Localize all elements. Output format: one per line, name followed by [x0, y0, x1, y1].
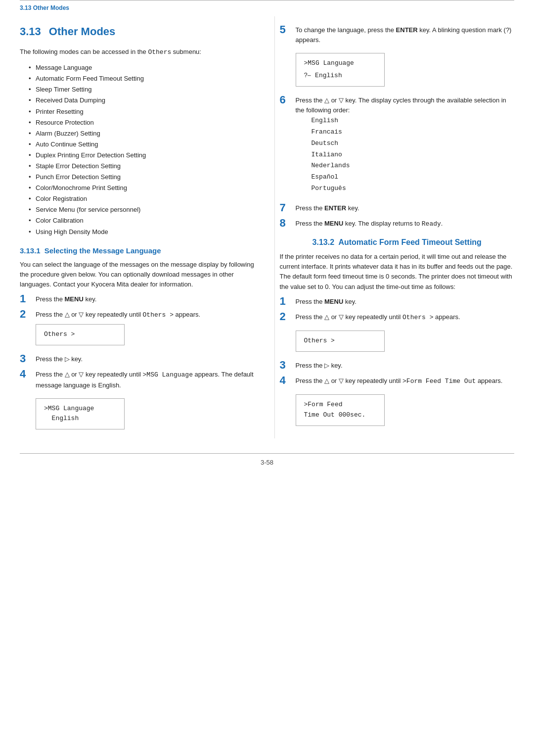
step-2: 2 Press the △ or ▽ key repeatedly until … — [20, 310, 255, 349]
lcd-display-2-2: Others > — [296, 331, 385, 352]
enter-bold-7: ENTER — [324, 204, 346, 212]
step-num-2-3: 3 — [280, 359, 296, 371]
subsection2-intro: If the printer receives no data for a ce… — [280, 252, 515, 292]
step-num-1: 1 — [20, 293, 36, 305]
step-content-7: Press the ENTER key. — [296, 203, 515, 213]
step-content-2-2: Press the △ or ▽ key repeatedly until Ot… — [296, 312, 515, 356]
step-2-2: 2 Press the △ or ▽ key repeatedly until … — [280, 312, 515, 356]
step-content-2: Press the △ or ▽ key repeatedly until Ot… — [36, 310, 255, 349]
list-item: Message Language — [29, 62, 255, 73]
list-item: Printer Resetting — [29, 106, 255, 117]
step-num-8: 8 — [280, 217, 296, 229]
step-6: 6 Press the △ or ▽ key. The display cycl… — [280, 95, 515, 198]
step-num-6: 6 — [280, 94, 296, 106]
subsection1-intro: You can select the language of the messa… — [20, 260, 255, 289]
step-8: 8 Press the MENU key. The display return… — [280, 219, 515, 229]
step-content-4: Press the △ or ▽ key repeatedly until >M… — [36, 370, 255, 433]
top-rule — [20, 0, 514, 4]
step-content-8: Press the MENU key. The display returns … — [296, 219, 515, 229]
page-wrapper: 3.13 Other Modes 3.13Other Modes The fol… — [0, 0, 534, 756]
step-num-2: 2 — [20, 308, 36, 320]
step-3: 3 Press the ▷ key. — [20, 354, 255, 365]
step-num-2-4: 4 — [280, 375, 296, 386]
ready-code: Ready — [422, 220, 441, 228]
step-1: 1 Press the MENU key. — [20, 294, 255, 305]
two-col-layout: 3.13Other Modes The following modes can … — [20, 16, 514, 438]
formfeed-code: >Form Feed Time Out — [402, 378, 476, 385]
col-left: 3.13Other Modes The following modes can … — [20, 16, 260, 438]
enter-bold-5: ENTER — [396, 26, 418, 34]
step-content-6: Press the △ or ▽ key. The display cycles… — [296, 95, 515, 198]
list-item: Using High Density Mode — [29, 227, 255, 237]
list-item: Alarm (Buzzer) Setting — [29, 128, 255, 139]
list-item: Color Registration — [29, 193, 255, 204]
step-content-2-3: Press the ▷ key. — [296, 361, 515, 371]
step-2-1: 1 Press the MENU key. — [280, 297, 515, 307]
section-title: 3.13Other Modes — [20, 25, 255, 38]
step-2-3: 3 Press the ▷ key. — [280, 361, 515, 371]
list-item: Color/Monochrome Print Setting — [29, 183, 255, 193]
list-item: Color Calibration — [29, 215, 255, 226]
steps-list-2: 1 Press the MENU key. 2 Press the △ or ▽… — [280, 297, 515, 430]
modes-list: Message Language Automatic Form Feed Tim… — [29, 62, 255, 237]
step-content-5: To change the language, press the ENTER … — [296, 25, 515, 91]
steps-list-right-top: 5 To change the language, press the ENTE… — [280, 25, 515, 229]
subsection1-title: 3.13.1Selecting the Message Language — [20, 246, 255, 255]
lcd-display-2: Others > — [36, 324, 125, 345]
step-num-4: 4 — [20, 368, 36, 380]
list-item: Auto Continue Setting — [29, 139, 255, 150]
list-item: Staple Error Detection Setting — [29, 161, 255, 172]
lcd-display-5: >MSG Language?⎯ English — [296, 53, 385, 87]
steps-list-1: 1 Press the MENU key. 2 Press the △ or ▽… — [20, 294, 255, 433]
step-num-5: 5 — [280, 24, 296, 36]
page-number: 3-58 — [261, 459, 273, 466]
menu-bold-1: MENU — [65, 295, 84, 303]
step-content-3: Press the ▷ key. — [36, 354, 255, 364]
step-5: 5 To change the language, press the ENTE… — [280, 25, 515, 91]
others-code-2-2: Others > — [402, 314, 433, 321]
intro-paragraph: The following modes can be accessed in t… — [20, 47, 255, 57]
menu-bold-8: MENU — [324, 220, 343, 227]
others-code: Others — [148, 48, 171, 56]
others-code-2: Others > — [143, 311, 174, 319]
list-item: Duplex Printing Error Detection Setting — [29, 150, 255, 161]
list-item: Resource Protection — [29, 117, 255, 128]
step-content-2-4: Press the △ or ▽ key repeatedly until >F… — [296, 376, 515, 430]
col-right: 5 To change the language, press the ENTE… — [274, 16, 515, 438]
step-4: 4 Press the △ or ▽ key repeatedly until … — [20, 370, 255, 433]
bottom-section: 3-58 — [20, 453, 514, 466]
section-number: 3.13 — [20, 25, 41, 38]
list-item: Punch Error Detection Setting — [29, 172, 255, 183]
step-num-7: 7 — [280, 202, 296, 214]
step-content-1: Press the MENU key. — [36, 294, 255, 304]
subsection2-number: 3.13.2 — [312, 238, 334, 246]
step-num-2-1: 1 — [280, 295, 296, 307]
list-item: Automatic Form Feed Timeout Setting — [29, 73, 255, 84]
msg-lang-code: >MSG Language — [143, 371, 193, 378]
lcd-display-2-4: >Form FeedTime Out 000sec. — [296, 394, 385, 426]
header-label: 3.13 Other Modes — [20, 4, 514, 16]
list-item: Received Data Dumping — [29, 95, 255, 106]
menu-bold-2-1: MENU — [324, 298, 343, 305]
list-item: Sleep Timer Setting — [29, 84, 255, 95]
step-2-4: 4 Press the △ or ▽ key repeatedly until … — [280, 376, 515, 430]
subsection1-number: 3.13.1 — [20, 246, 41, 255]
subsection2-title: 3.13.2 Automatic Form Feed Timeout Setti… — [280, 238, 515, 247]
subsection1-heading: Selecting the Message Language — [44, 246, 161, 255]
lcd-display-4: >MSG Language English — [36, 398, 125, 430]
list-item: Service Menu (for service personnel) — [29, 204, 255, 215]
step-num-3: 3 — [20, 353, 36, 365]
step-7: 7 Press the ENTER key. — [280, 203, 515, 214]
step-num-2-2: 2 — [280, 311, 296, 323]
step-content-2-1: Press the MENU key. — [296, 297, 515, 307]
subsection2-heading: Automatic Form Feed Timeout Setting — [338, 238, 482, 246]
language-list: English Francais Deutsch Italiano Nederl… — [312, 115, 515, 194]
section-heading: Other Modes — [49, 25, 115, 38]
